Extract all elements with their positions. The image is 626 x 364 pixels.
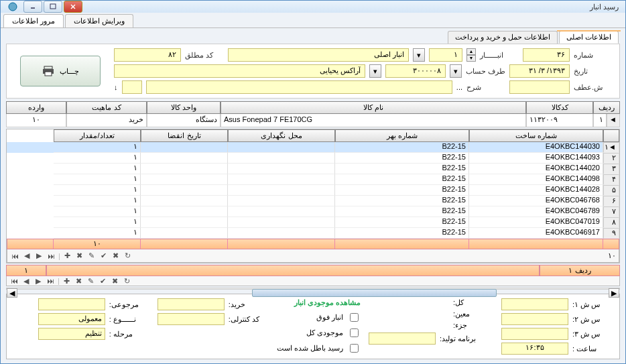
maximize-button[interactable]	[44, 1, 62, 13]
detail-grid: شماره ساخت شماره بهر محل نگهداری تاریخ ا…	[6, 129, 620, 263]
tab-shipping-info[interactable]: اطلاعات حمل و خرید و پرداخت	[448, 31, 558, 44]
col-exp[interactable]: تاریخ انقضا	[141, 129, 228, 142]
nav-first-icon[interactable]: ⏮	[10, 251, 19, 261]
nav-cancel-icon[interactable]: ✖	[111, 276, 120, 286]
nav-prev-icon[interactable]: ◀	[21, 276, 31, 286]
print-label: چـــاپ	[60, 67, 79, 76]
col-bahr[interactable]: شماره بهر	[335, 129, 469, 142]
cell-make: E4OKBC144030	[469, 142, 603, 153]
row-index: ۵	[603, 185, 619, 196]
ctrl-label: کد کنترلی:	[229, 315, 269, 324]
ss1-label: س ش ۱:	[572, 300, 613, 309]
nav-confirm-icon[interactable]: ✔	[99, 276, 108, 286]
nav-delete-icon[interactable]: ✖	[74, 276, 84, 286]
nav-delete-icon[interactable]: ✖	[75, 251, 84, 261]
cell-store	[228, 164, 335, 174]
ss3-field[interactable]	[501, 328, 568, 340]
minimize-button[interactable]	[23, 1, 42, 13]
chevron-down-icon: ▾	[454, 67, 458, 76]
table-row[interactable]: ۷E4OKBC046789B22-15۱	[7, 206, 619, 217]
nav-next-icon[interactable]: ▶	[34, 276, 43, 286]
desc-aux-field[interactable]	[122, 80, 142, 94]
nav-edit-icon[interactable]: ✎	[86, 276, 96, 286]
buy-field[interactable]	[158, 298, 225, 310]
type-field[interactable]: معمولی	[38, 313, 105, 325]
table-row[interactable]: ۶E4OKBC046768B22-15۱	[7, 196, 619, 206]
cell-store	[228, 217, 335, 228]
account-name-field[interactable]	[114, 64, 365, 78]
cell-qty: ۱	[54, 196, 141, 206]
cell-store	[228, 142, 335, 153]
col-name[interactable]: نام کالا	[221, 101, 526, 114]
col-qty[interactable]: تعداد/مقدار	[54, 129, 141, 142]
ctrl-field[interactable]	[158, 313, 225, 325]
cell-make: E4OKBC144098	[469, 174, 603, 185]
nav-add-icon[interactable]: ✚	[63, 251, 72, 261]
tab-main-info[interactable]: اطلاعات اصلی	[559, 31, 619, 44]
nav-last-icon[interactable]: ⏭	[46, 276, 55, 286]
nav-cancel-icon[interactable]: ✖	[111, 251, 121, 261]
table-row[interactable]: ۸E4OKBC047019B22-15۱	[7, 217, 619, 228]
ss2-field[interactable]	[501, 313, 568, 325]
col-unit[interactable]: واحد کالا	[147, 101, 221, 114]
col-code[interactable]: کدکالا	[526, 101, 593, 114]
close-button[interactable]	[64, 1, 82, 13]
tab-edit[interactable]: ویرایش اطلاعات	[65, 14, 133, 27]
date-field[interactable]	[509, 64, 570, 78]
nav-refresh-icon[interactable]: ↻	[123, 251, 133, 261]
account-dropdown-button[interactable]: ▾	[450, 64, 462, 78]
main-grid-row[interactable]: ◄ ۱ ۱۱۳۲۰۰۹ Asus Fonepad 7 FE170CG دستگا…	[6, 114, 620, 127]
table-row[interactable]: ۹E4OKBC046917B22-15۱	[7, 228, 619, 239]
titlebar: رسید انبار	[1, 1, 625, 13]
ss1-field[interactable]	[501, 298, 568, 310]
cell-store	[228, 196, 335, 206]
number-field[interactable]	[523, 48, 570, 62]
cell-store	[228, 185, 335, 196]
cell-store	[228, 228, 335, 239]
col-nature[interactable]: کد ماهیت	[66, 101, 147, 114]
nav-confirm-icon[interactable]: ✔	[99, 251, 109, 261]
ref-field[interactable]	[509, 80, 570, 94]
return-label: مرجوعی:	[109, 300, 149, 309]
row-index: ۴	[603, 174, 619, 185]
col-store[interactable]: محل نگهداری	[228, 129, 335, 142]
return-field[interactable]	[38, 298, 105, 310]
nav-add-icon[interactable]: ✚	[62, 276, 72, 286]
cell-make: E4OKBC144020	[469, 164, 603, 174]
nav-prev-icon[interactable]: ◀	[22, 251, 32, 261]
stage-field[interactable]: تنظیم	[38, 328, 105, 340]
tab-review[interactable]: مرور اطلاعات	[3, 14, 64, 27]
col-row[interactable]: ردیف	[593, 101, 620, 114]
nav-last-icon[interactable]: ⏭	[46, 251, 56, 261]
nav-first-icon[interactable]: ⏮	[9, 276, 19, 286]
warehouse-name-field[interactable]	[228, 48, 409, 62]
abscode-field[interactable]	[114, 48, 181, 62]
account-name-dropdown-button[interactable]: ▾	[369, 64, 381, 78]
nav-refresh-icon[interactable]: ↻	[123, 276, 132, 286]
table-row[interactable]: ◄۱E4OKBC144030B22-15۱	[7, 142, 619, 153]
prod-field[interactable]	[369, 332, 436, 345]
warehouse-code-field[interactable]	[429, 48, 462, 62]
table-row[interactable]: ۵E4OKBC144028B22-15۱	[7, 185, 619, 196]
time-field[interactable]: ۱۶:۳۵	[501, 343, 568, 355]
horizontal-scrollbar[interactable]: ◀ ▶	[6, 288, 620, 290]
warehouse-spinner[interactable]: ▲▼	[466, 48, 476, 62]
table-row[interactable]: ۳E4OKBC144020B22-15۱	[7, 164, 619, 174]
svg-rect-5	[44, 66, 52, 69]
warehouse-dropdown-button[interactable]: ▾	[413, 48, 425, 62]
desc-field[interactable]	[146, 80, 452, 94]
detail-count: ۱۰	[608, 251, 616, 260]
account-code-field[interactable]	[385, 64, 446, 78]
col-make[interactable]: شماره ساخت	[469, 129, 603, 142]
print-button[interactable]: چـــاپ	[20, 56, 101, 86]
table-row[interactable]: ۴E4OKBC144098B22-15۱	[7, 174, 619, 185]
col-in[interactable]: وارده	[6, 101, 66, 114]
svg-rect-2	[50, 4, 56, 9]
nav-next-icon[interactable]: ▶	[34, 251, 44, 261]
chk-voided[interactable]	[350, 344, 359, 353]
cell-exp	[141, 185, 228, 196]
nav-edit-icon[interactable]: ✎	[87, 251, 97, 261]
chk-this-warehouse[interactable]	[350, 313, 359, 322]
table-row[interactable]: ۲E4OKBC144093B22-15۱	[7, 153, 619, 164]
chk-total-stock[interactable]	[350, 328, 359, 337]
